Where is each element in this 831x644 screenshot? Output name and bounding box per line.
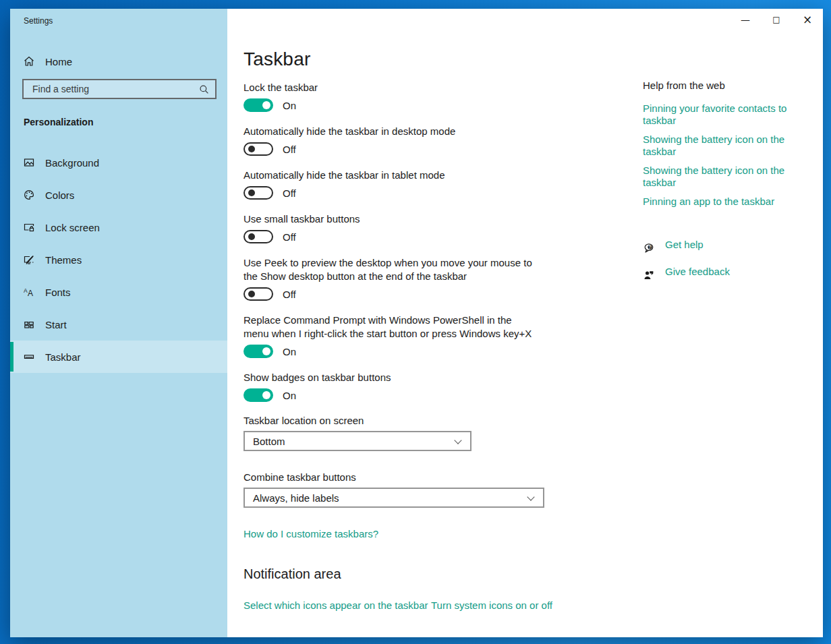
themes-icon — [24, 254, 34, 265]
toggle-state: Off — [283, 187, 296, 199]
sidebar-item-colors[interactable]: Colors — [10, 179, 227, 211]
toggle-state: Off — [283, 289, 296, 300]
toggle-state: Off — [283, 231, 296, 243]
minimize-button[interactable]: — — [730, 9, 761, 30]
sidebar-item-label: Themes — [45, 254, 82, 266]
dropdown-label-combine-buttons: Combine taskbar buttons — [243, 471, 823, 483]
setting-label-badges: Show badges on taskbar buttons — [243, 371, 535, 384]
search-input[interactable] — [24, 80, 199, 98]
toggle-knob — [262, 101, 270, 109]
select-icons-link[interactable]: Select which icons appear on the taskbar — [243, 599, 428, 611]
give-feedback-row[interactable]: Give feedback — [643, 266, 791, 285]
help-link-battery-icon-2[interactable]: Showing the battery icon on the taskbar — [643, 165, 791, 189]
toggle-knob — [248, 291, 255, 297]
sidebar-item-taskbar[interactable]: Taskbar — [10, 341, 227, 373]
help-link-battery-icon-1[interactable]: Showing the battery icon on the taskbar — [643, 134, 791, 158]
toggle-small-buttons[interactable] — [243, 230, 273, 243]
sidebar-item-themes[interactable]: Themes — [10, 243, 227, 276]
sidebar-item-label: Taskbar — [45, 351, 81, 363]
dropdown-label-taskbar-location: Taskbar location on screen — [243, 415, 823, 426]
selected-value: Always, hide labels — [253, 492, 339, 504]
help-heading: Help from the web — [643, 80, 791, 91]
page-title: Taskbar — [243, 49, 823, 70]
sidebar-item-label: Background — [45, 157, 99, 169]
home-icon — [24, 56, 34, 67]
settings-window: Settings Home Personalization — [10, 9, 823, 637]
give-feedback-icon — [643, 270, 654, 281]
window-controls: — □ × — [730, 9, 823, 30]
toggle-powershell[interactable] — [243, 345, 273, 358]
toggle-knob — [262, 347, 270, 355]
sidebar-section-header: Personalization — [24, 117, 93, 127]
help-panel: Help from the web Pinning your favorite … — [643, 80, 791, 293]
notification-area-heading: Notification area — [243, 566, 823, 582]
svg-text:?: ? — [649, 245, 652, 250]
sidebar-item-lock-screen[interactable]: Lock screen — [10, 211, 227, 243]
toggle-state: On — [283, 100, 296, 111]
setting-label-autohide-desktop: Automatically hide the taskbar in deskto… — [243, 125, 535, 138]
chevron-down-icon — [528, 493, 535, 500]
sidebar-item-label: Lock screen — [45, 222, 100, 233]
desktop: { "titlebar": { "app_title": "Settings",… — [0, 0, 831, 644]
toggle-badges[interactable] — [243, 388, 273, 402]
close-button[interactable]: × — [792, 9, 823, 30]
sidebar: Settings Home Personalization — [10, 9, 227, 637]
search-icon[interactable] — [199, 84, 209, 94]
setting-label-powershell: Replace Command Prompt with Windows Powe… — [243, 314, 535, 341]
sidebar-item-home[interactable]: Home — [24, 48, 80, 75]
sidebar-item-start[interactable]: Start — [10, 308, 227, 341]
search-box — [22, 79, 217, 99]
setting-label-autohide-tablet: Automatically hide the taskbar in tablet… — [243, 169, 535, 182]
toggle-knob — [248, 146, 255, 152]
main-content: Taskbar Lock the taskbar On Automaticall… — [227, 9, 823, 637]
help-actions: ? Get help Give feedback — [643, 239, 791, 285]
home-label: Home — [45, 56, 72, 67]
taskbar-icon — [24, 351, 34, 362]
background-image-icon — [24, 157, 34, 168]
sidebar-item-background[interactable]: Background — [10, 146, 227, 179]
get-help-link[interactable]: Get help — [665, 239, 704, 251]
help-link-pinning-app[interactable]: Pinning an app to the taskbar — [643, 196, 791, 208]
combine-buttons-select[interactable]: Always, hide labels — [243, 488, 544, 508]
system-icons-link[interactable]: Turn system icons on or off — [431, 599, 552, 611]
toggle-autohide-desktop[interactable] — [243, 142, 273, 156]
taskbar-location-select[interactable]: Bottom — [243, 431, 471, 451]
toggle-peek[interactable] — [243, 287, 273, 301]
lock-screen-icon — [24, 222, 34, 233]
sidebar-item-label: Start — [45, 319, 67, 330]
chevron-down-icon — [455, 436, 462, 443]
setting-label-lock-taskbar: Lock the taskbar — [243, 81, 535, 94]
sidebar-item-label: Colors — [45, 189, 74, 201]
palette-icon — [24, 189, 34, 200]
toggle-state: Off — [283, 144, 296, 155]
get-help-row[interactable]: ? Get help — [643, 239, 791, 258]
app-title: Settings — [24, 16, 53, 26]
toggle-state: On — [283, 390, 296, 401]
toggle-state: On — [283, 346, 296, 357]
toggle-knob — [262, 391, 270, 399]
selected-value: Bottom — [253, 436, 285, 447]
help-link-pinning-contacts[interactable]: Pinning your favorite contacts to taskba… — [643, 103, 791, 127]
maximize-button[interactable]: □ — [761, 9, 792, 30]
toggle-autohide-tablet[interactable] — [243, 186, 273, 200]
customize-taskbars-link[interactable]: How do I customize taskbars? — [243, 528, 378, 539]
sidebar-item-fonts[interactable]: A A Fonts — [10, 276, 227, 308]
sidebar-item-label: Fonts — [45, 287, 71, 298]
fonts-icon: A A — [24, 287, 34, 297]
setting-label-small-buttons: Use small taskbar buttons — [243, 212, 535, 226]
start-tiles-icon — [24, 319, 34, 330]
toggle-lock-taskbar[interactable] — [243, 98, 273, 112]
setting-label-peek: Use Peek to preview the desktop when you… — [243, 256, 535, 283]
sidebar-nav: Background Colors Lock screen — [10, 146, 227, 373]
toggle-knob — [248, 233, 255, 240]
svg-text:A: A — [28, 289, 33, 297]
get-help-icon: ? — [643, 243, 654, 254]
give-feedback-link[interactable]: Give feedback — [665, 266, 730, 278]
toggle-knob — [248, 189, 255, 196]
